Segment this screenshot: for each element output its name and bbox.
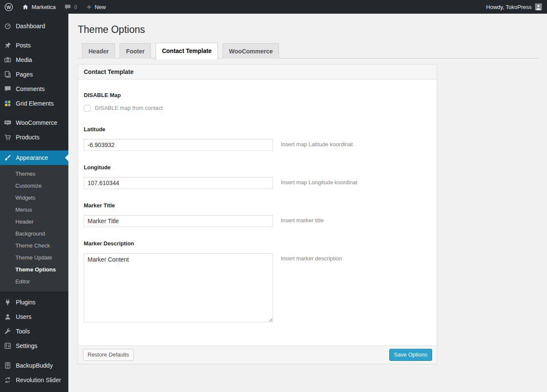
sidebar-item-label: Users bbox=[16, 313, 32, 320]
submenu-item-widgets[interactable]: Widgets bbox=[0, 192, 68, 204]
sidebar-item-revolution-slider[interactable]: Revolution Slider bbox=[0, 373, 68, 387]
sidebar-item-settings[interactable]: Settings bbox=[0, 339, 68, 353]
submenu-item-theme-check[interactable]: Theme Check bbox=[0, 240, 68, 252]
wordpress-logo-icon: W bbox=[4, 3, 13, 12]
tab-bar: Header Footer Contact Template WooCommer… bbox=[78, 43, 538, 59]
backup-drive-icon bbox=[3, 361, 12, 370]
camera-icon bbox=[3, 56, 12, 64]
save-options-button[interactable]: Save Options bbox=[389, 349, 432, 361]
paintbrush-icon bbox=[3, 153, 12, 162]
woocommerce-badge-icon: Woo bbox=[3, 118, 12, 127]
user-icon bbox=[3, 312, 12, 321]
grid-elements-icon bbox=[3, 99, 12, 108]
marker-title-input[interactable] bbox=[84, 215, 273, 227]
sidebar-item-media[interactable]: Media bbox=[0, 53, 68, 67]
submenu-item-background[interactable]: Background bbox=[0, 228, 68, 240]
panel-footer: Restore Defaults Save Options bbox=[78, 345, 437, 364]
sidebar-item-comments[interactable]: Comments bbox=[0, 82, 68, 96]
sidebar-item-backupbuddy[interactable]: BackupBuddy bbox=[0, 358, 68, 373]
new-label: New bbox=[95, 4, 106, 10]
sidebar-item-label: Comments bbox=[16, 85, 45, 92]
sidebar-item-label: Plugins bbox=[16, 299, 35, 306]
sidebar-item-label: Products bbox=[16, 134, 39, 141]
tab-footer[interactable]: Footer bbox=[120, 43, 151, 59]
sidebar-item-label: Pages bbox=[16, 71, 33, 78]
tab-woocommerce[interactable]: WooCommerce bbox=[223, 43, 279, 59]
latitude-hint: Insert map Latitude koordinat bbox=[281, 139, 353, 147]
disable-map-checkbox[interactable] bbox=[84, 105, 91, 112]
submenu-item-editor[interactable]: Editor bbox=[0, 276, 68, 288]
longitude-input[interactable] bbox=[84, 177, 273, 189]
sidebar-item-products[interactable]: Products bbox=[0, 130, 68, 144]
comment-count: 0 bbox=[74, 4, 77, 10]
sidebar-item-dashboard[interactable]: Dashboard bbox=[0, 19, 68, 33]
tab-contact-template[interactable]: Contact Template bbox=[156, 43, 218, 59]
sidebar-item-label: Posts bbox=[16, 42, 31, 49]
latitude-label: Latitude bbox=[84, 126, 431, 133]
sidebar-item-label: WooCommerce bbox=[16, 119, 57, 126]
submenu-item-theme-update[interactable]: Theme Update bbox=[0, 252, 68, 264]
appearance-submenu: Themes Customize Widgets Menus Header Ba… bbox=[0, 165, 68, 292]
howdy-account-menu[interactable]: Howdy, TokoPress bbox=[486, 4, 532, 10]
avatar[interactable] bbox=[535, 3, 542, 10]
svg-text:W: W bbox=[6, 4, 11, 9]
field-latitude: Latitude Insert map Latitude koordinat bbox=[84, 126, 431, 151]
comment-bubble-icon bbox=[64, 3, 71, 11]
page-title: Theme Options bbox=[78, 24, 538, 36]
sidebar-item-label: BackupBuddy bbox=[16, 362, 53, 369]
panel-body: DISABLE Map DISABLE map from contact Lat… bbox=[78, 80, 437, 322]
home-icon bbox=[22, 3, 29, 11]
main-content: Theme Options Header Footer Contact Temp… bbox=[68, 0, 547, 392]
sidebar-item-posts[interactable]: Posts bbox=[0, 38, 68, 53]
plug-icon bbox=[3, 298, 12, 307]
marker-title-label: Marker Title bbox=[84, 202, 431, 209]
field-disable-map: DISABLE Map DISABLE map from contact bbox=[84, 92, 431, 112]
letter-a-icon: A bbox=[3, 390, 12, 392]
wp-logo-menu[interactable]: W bbox=[0, 0, 18, 14]
pages-icon bbox=[3, 70, 12, 79]
sidebar-item-label: Revolution Slider bbox=[16, 377, 61, 383]
sidebar-item-woocommerce[interactable]: Woo WooCommerce bbox=[0, 115, 68, 130]
submenu-item-themes[interactable]: Themes bbox=[0, 168, 68, 180]
latitude-input[interactable] bbox=[84, 139, 273, 151]
new-content-menu[interactable]: New bbox=[82, 0, 110, 14]
pushpin-icon bbox=[3, 41, 12, 50]
tab-header[interactable]: Header bbox=[82, 43, 115, 59]
wrench-icon bbox=[3, 327, 12, 336]
sidebar-item-label: Settings bbox=[16, 342, 38, 349]
sidebar-item-grid-elements[interactable]: Grid Elements bbox=[0, 96, 68, 111]
submenu-item-theme-options[interactable]: Theme Options bbox=[0, 264, 68, 276]
marker-description-textarea[interactable]: Marker Content bbox=[84, 253, 273, 322]
plus-icon bbox=[86, 4, 92, 10]
marker-description-hint: Insert marker description bbox=[281, 253, 342, 262]
sidebar-item-tools[interactable]: Tools bbox=[0, 324, 68, 339]
sidebar-item-pages[interactable]: Pages bbox=[0, 67, 68, 82]
sidebar-item-punch-fonts[interactable]: A Punch Fonts bbox=[0, 387, 68, 392]
site-name-label: Marketica bbox=[32, 4, 56, 10]
sidebar-item-users[interactable]: Users bbox=[0, 309, 68, 324]
cart-icon bbox=[3, 133, 12, 141]
sidebar-item-plugins[interactable]: Plugins bbox=[0, 295, 68, 309]
sidebar-item-label: Media bbox=[16, 56, 32, 63]
restore-defaults-button[interactable]: Restore Defaults bbox=[83, 349, 134, 361]
site-name-menu[interactable]: Marketica bbox=[18, 0, 60, 14]
admin-sidebar: Dashboard Posts Media Pages Comments Gri… bbox=[0, 14, 68, 392]
admin-bar-right: Howdy, TokoPress bbox=[486, 3, 547, 10]
submenu-item-customize[interactable]: Customize bbox=[0, 180, 68, 192]
comments-menu[interactable]: 0 bbox=[60, 0, 81, 14]
submenu-item-header[interactable]: Header bbox=[0, 216, 68, 228]
rotate-arrows-icon bbox=[3, 376, 12, 384]
admin-bar: W Marketica 0 New Howdy, TokoPress bbox=[0, 0, 547, 14]
comment-bubble-icon bbox=[3, 85, 12, 93]
settings-sliders-icon bbox=[3, 342, 12, 350]
sidebar-item-appearance[interactable]: Appearance bbox=[0, 150, 68, 165]
svg-text:Woo: Woo bbox=[6, 121, 10, 124]
disable-map-label: DISABLE Map bbox=[84, 92, 431, 98]
panel-title: Contact Template bbox=[78, 65, 437, 80]
disable-map-checkbox-label: DISABLE map from contact bbox=[95, 105, 163, 111]
sidebar-item-label: Appearance bbox=[16, 154, 48, 161]
field-marker-description: Marker Description Marker Content Insert… bbox=[84, 240, 431, 322]
sidebar-item-label: Grid Elements bbox=[16, 100, 54, 107]
submenu-item-menus[interactable]: Menus bbox=[0, 204, 68, 216]
sidebar-item-label: Dashboard bbox=[16, 23, 45, 29]
